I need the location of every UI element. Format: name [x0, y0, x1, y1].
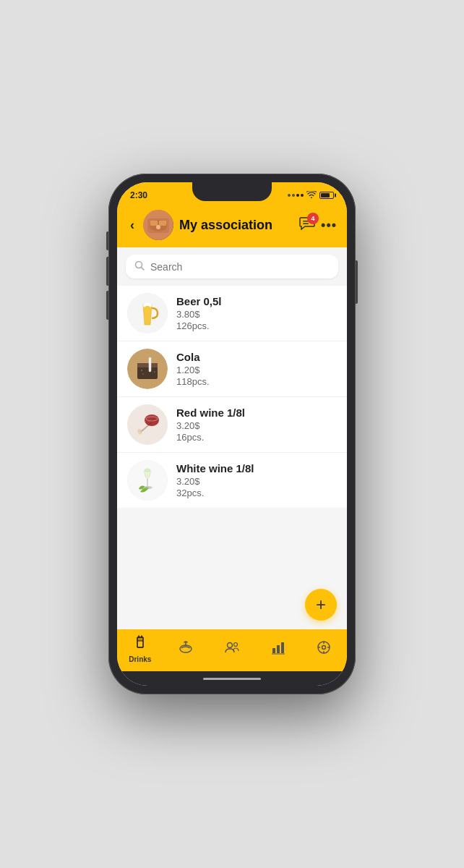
svg-point-29 — [145, 469, 150, 472]
signal-icon — [288, 194, 304, 197]
item-name: Beer 0,5l — [176, 295, 337, 307]
item-image-cola — [127, 349, 168, 389]
settings-icon — [316, 639, 332, 659]
svg-point-37 — [227, 642, 232, 647]
nav-item-food[interactable] — [163, 639, 210, 659]
add-item-button[interactable]: + — [305, 589, 337, 621]
content-area: Beer 0,5l 3.80$ 126pcs. — [117, 247, 347, 629]
page-title: My association — [179, 218, 293, 233]
more-options-button[interactable]: ••• — [321, 218, 337, 233]
home-bar — [203, 678, 261, 680]
list-item[interactable]: Red wine 1/8l 3.20$ 16pcs. — [117, 397, 347, 453]
item-price: 3.80$ — [176, 309, 337, 320]
search-icon — [134, 260, 145, 273]
svg-rect-19 — [149, 357, 151, 372]
notification-count: 4 — [307, 213, 319, 224]
item-info-cola: Cola 1.20$ 118pcs. — [176, 351, 337, 387]
drinks-icon — [132, 634, 148, 654]
svg-point-44 — [322, 645, 326, 649]
svg-point-14 — [145, 303, 147, 306]
volume-up-button[interactable] — [106, 231, 108, 250]
svg-rect-3 — [150, 221, 158, 226]
signal-dot-4 — [301, 194, 304, 197]
item-image-beer — [127, 293, 168, 333]
bottom-nav: Drinks — [117, 629, 347, 671]
search-container — [117, 247, 347, 286]
signal-dot-2 — [292, 194, 295, 197]
power-button[interactable] — [356, 260, 358, 304]
item-qty: 118pcs. — [176, 376, 337, 387]
item-qty: 32pcs. — [176, 488, 337, 498]
svg-point-23 — [154, 371, 155, 373]
home-indicator — [117, 671, 347, 686]
silent-switch[interactable] — [106, 291, 108, 320]
signal-dot-3 — [296, 194, 299, 197]
item-info-white-wine: White wine 1/8l 3.20$ 32pcs. — [176, 462, 337, 498]
item-image-red-wine — [127, 404, 168, 445]
app-header: ‹ My association — [117, 205, 347, 247]
stats-icon — [270, 639, 286, 659]
header-actions: 4 ••• — [299, 216, 337, 234]
item-price: 3.20$ — [176, 420, 337, 431]
svg-rect-33 — [138, 638, 142, 641]
svg-point-38 — [233, 642, 237, 646]
item-info-beer: Beer 0,5l 3.80$ 126pcs. — [176, 295, 337, 331]
item-price: 3.20$ — [176, 476, 337, 487]
item-price: 1.20$ — [176, 365, 337, 375]
item-image-white-wine — [127, 460, 168, 501]
list-item[interactable]: Beer 0,5l 3.80$ 126pcs. — [117, 286, 347, 341]
svg-rect-40 — [277, 645, 280, 653]
nav-item-settings[interactable] — [301, 639, 347, 659]
signal-dot-1 — [288, 194, 291, 197]
item-name: White wine 1/8l — [176, 462, 337, 475]
svg-point-21 — [141, 370, 142, 371]
svg-point-15 — [147, 303, 150, 306]
notifications-button[interactable]: 4 — [299, 216, 315, 234]
item-name: Cola — [176, 351, 337, 363]
association-avatar — [143, 210, 173, 240]
svg-rect-39 — [272, 648, 275, 653]
nav-item-drinks[interactable]: Drinks — [117, 634, 163, 663]
items-list: Beer 0,5l 3.80$ 126pcs. — [117, 286, 347, 508]
battery-fill — [321, 193, 330, 197]
scroll-container: Beer 0,5l 3.80$ 126pcs. — [117, 247, 347, 629]
drinks-nav-label: Drinks — [129, 655, 151, 663]
avatar-image — [143, 210, 173, 240]
svg-rect-7 — [303, 223, 309, 224]
nav-item-stats[interactable] — [255, 639, 301, 659]
item-qty: 126pcs. — [176, 320, 337, 331]
list-item[interactable]: White wine 1/8l 3.20$ 32pcs. — [117, 453, 347, 508]
item-qty: 16pcs. — [176, 432, 337, 443]
phone-shell: 2:30 — [108, 174, 356, 694]
phone-screen: 2:30 — [117, 182, 347, 686]
search-input[interactable] — [150, 261, 330, 273]
search-box[interactable] — [126, 255, 338, 278]
svg-point-5 — [156, 225, 160, 229]
svg-rect-18 — [137, 363, 158, 367]
list-item[interactable]: Cola 1.20$ 118pcs. — [117, 341, 347, 397]
status-icons — [288, 191, 334, 200]
battery-icon — [319, 192, 334, 199]
status-time: 2:30 — [130, 190, 147, 200]
wifi-icon — [306, 191, 317, 200]
food-icon — [178, 639, 194, 659]
members-icon — [224, 639, 240, 659]
volume-down-button[interactable] — [106, 257, 108, 286]
nav-item-members[interactable] — [209, 639, 255, 659]
svg-line-9 — [142, 268, 145, 271]
svg-point-22 — [142, 373, 144, 375]
back-button[interactable]: ‹ — [127, 216, 137, 234]
item-name: Red wine 1/8l — [176, 407, 337, 419]
notch — [192, 182, 272, 201]
svg-rect-41 — [281, 642, 284, 653]
svg-rect-4 — [159, 221, 166, 226]
item-info-red-wine: Red wine 1/8l 3.20$ 16pcs. — [176, 407, 337, 443]
